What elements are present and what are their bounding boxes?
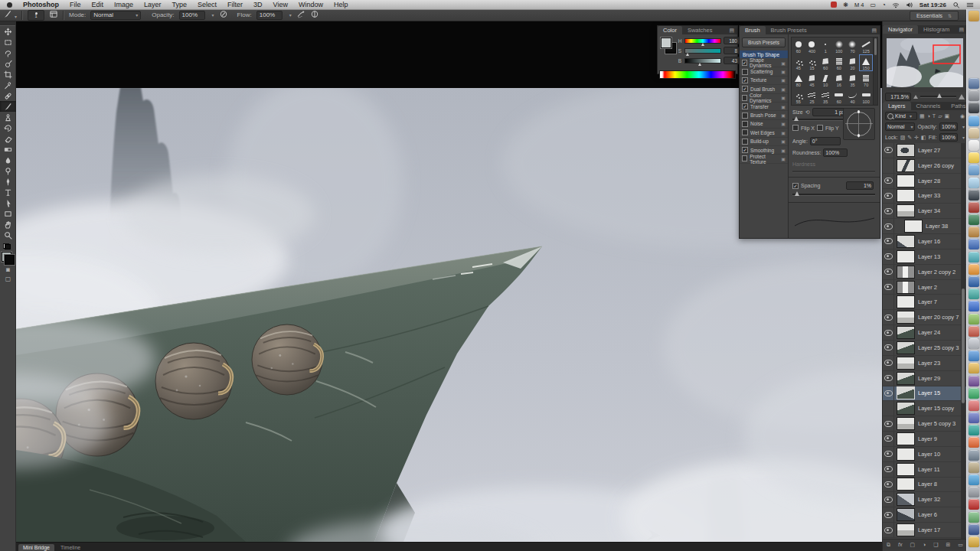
color-spectrum-ramp[interactable] bbox=[659, 70, 736, 79]
slider-thumb[interactable] bbox=[701, 43, 704, 46]
brush-tip-cell[interactable]: 60 bbox=[792, 37, 805, 54]
dock-app-icon[interactable] bbox=[969, 190, 979, 201]
menu-item-3d[interactable]: 3D bbox=[248, 0, 268, 9]
tab-navigator[interactable]: Navigator bbox=[883, 25, 918, 34]
background-color-swatch[interactable] bbox=[5, 255, 15, 265]
tool-preset-brush-icon[interactable]: ▾ bbox=[3, 10, 17, 20]
dock-app-icon[interactable] bbox=[969, 412, 979, 423]
visibility-toggle[interactable] bbox=[883, 234, 894, 249]
menu-item-layer[interactable]: Layer bbox=[139, 0, 167, 9]
slider-track-h[interactable] bbox=[684, 38, 721, 44]
brush-tip-cell[interactable]: 15 bbox=[805, 54, 819, 71]
visibility-toggle[interactable] bbox=[883, 219, 894, 233]
layer-row[interactable]: Layer 2 copy 2 bbox=[883, 265, 967, 280]
dock-app-icon[interactable] bbox=[969, 152, 979, 163]
default-colors-icon[interactable] bbox=[3, 243, 11, 249]
filter-toggle-icon[interactable]: ◉ bbox=[960, 113, 965, 119]
brush-tip-cell[interactable]: 25 bbox=[805, 88, 819, 105]
hand-tool[interactable] bbox=[0, 219, 16, 230]
dock-app-icon[interactable] bbox=[969, 338, 979, 349]
option-checkbox[interactable] bbox=[742, 95, 747, 101]
dock-app-icon[interactable] bbox=[969, 214, 979, 225]
zoom-tool[interactable] bbox=[0, 230, 16, 240]
layer-row[interactable]: Layer 27 bbox=[883, 143, 967, 158]
lock-icon[interactable]: ▣ bbox=[781, 112, 786, 118]
lock-icon[interactable]: ▣ bbox=[781, 148, 786, 153]
lock-icon[interactable]: ▣ bbox=[781, 69, 786, 74]
brush-tip-cell[interactable]: 60 bbox=[832, 54, 846, 71]
notification-center-icon[interactable] bbox=[966, 1, 974, 8]
brush-option-transfer[interactable]: ✓Transfer▣ bbox=[740, 103, 788, 111]
layer-row[interactable]: Layer 38 bbox=[883, 219, 967, 234]
layer-thumbnail[interactable] bbox=[897, 464, 914, 475]
brush-tip-cell[interactable]: 70 bbox=[846, 37, 860, 54]
dock-app-icon[interactable] bbox=[969, 140, 979, 151]
brush-option-build-up[interactable]: Build-up▣ bbox=[740, 138, 788, 146]
tab-histogram[interactable]: Histogram bbox=[918, 25, 955, 34]
filter-shape-icon[interactable]: ▱ bbox=[938, 113, 942, 119]
visibility-toggle[interactable] bbox=[883, 174, 894, 188]
brush-option-noise[interactable]: Noise▣ bbox=[740, 120, 788, 129]
move-tool[interactable] bbox=[0, 26, 16, 37]
layer-row[interactable]: Layer 23 bbox=[883, 356, 967, 371]
menu-item-type[interactable]: Type bbox=[167, 0, 193, 9]
tab-mini-bridge[interactable]: Mini Bridge bbox=[18, 544, 54, 551]
lock-icon[interactable]: ▣ bbox=[781, 60, 786, 66]
layer-thumbnail[interactable] bbox=[897, 403, 914, 414]
panel-menu-icon[interactable]: ▤ bbox=[868, 26, 880, 34]
panel-menu-icon[interactable]: ▤ bbox=[956, 25, 967, 34]
dock-app-icon[interactable] bbox=[969, 462, 979, 473]
status-clock-icon[interactable]: ◔ bbox=[882, 1, 886, 8]
dock-app-icon[interactable] bbox=[969, 524, 979, 535]
option-checkbox[interactable] bbox=[742, 121, 748, 127]
clone-stamp-tool[interactable] bbox=[0, 112, 16, 122]
layer-thumbnail[interactable] bbox=[897, 448, 914, 460]
layer-row[interactable]: Layer 15 copy bbox=[883, 401, 967, 416]
dock-app-icon[interactable] bbox=[969, 202, 979, 213]
layer-thumbnail[interactable] bbox=[897, 478, 914, 490]
brush-tip-cell[interactable]: 45 bbox=[792, 54, 805, 71]
layer-row[interactable]: Layer 8 bbox=[883, 478, 967, 493]
layer-row[interactable]: Layer 25 copy 3 bbox=[883, 341, 967, 356]
lock-icon[interactable]: ▣ bbox=[781, 77, 786, 83]
menu-item-view[interactable]: View bbox=[268, 0, 293, 9]
crop-tool[interactable] bbox=[0, 69, 16, 80]
layer-row[interactable]: Layer 16 bbox=[883, 234, 967, 249]
menu-item-select[interactable]: Select bbox=[192, 0, 222, 9]
layer-opacity-field[interactable]: 100% bbox=[939, 122, 958, 131]
spacing-slider[interactable] bbox=[792, 194, 875, 196]
tab-swatches[interactable]: Swatches bbox=[682, 26, 718, 34]
layer-thumbnail[interactable] bbox=[897, 266, 914, 278]
layer-thumbnail[interactable] bbox=[897, 433, 914, 445]
dock-app-icon[interactable] bbox=[969, 363, 979, 373]
dock-app-icon[interactable] bbox=[969, 90, 979, 101]
status-keyboard-indicator[interactable]: M 4 bbox=[854, 1, 864, 8]
layer-row[interactable]: Layer 9 bbox=[883, 432, 967, 447]
visibility-toggle[interactable] bbox=[883, 462, 894, 477]
menu-item-edit[interactable]: Edit bbox=[87, 0, 109, 9]
menu-item-photoshop[interactable]: Photoshop bbox=[18, 0, 64, 9]
brush-option-shape-dynamics[interactable]: ✓Shape Dynamics▣ bbox=[740, 59, 788, 67]
visibility-toggle[interactable] bbox=[883, 523, 894, 537]
blend-mode-dropdown[interactable]: Normal▾ bbox=[90, 11, 141, 20]
visibility-toggle[interactable] bbox=[883, 295, 894, 309]
dock-app-icon[interactable] bbox=[969, 425, 979, 435]
dock-app-icon[interactable] bbox=[969, 78, 979, 89]
layer-row[interactable]: Layer 10 bbox=[883, 447, 967, 462]
option-checkbox[interactable]: ✓ bbox=[742, 103, 748, 109]
dock-app-icon[interactable] bbox=[969, 487, 979, 497]
flip-x-checkbox[interactable] bbox=[792, 125, 799, 131]
lock-icon[interactable]: ▣ bbox=[781, 130, 786, 135]
layer-thumbnail[interactable] bbox=[897, 342, 914, 354]
visibility-toggle[interactable] bbox=[883, 447, 894, 461]
size-reset-icon[interactable]: ⟲ bbox=[805, 109, 810, 116]
layer-thumbnail[interactable] bbox=[897, 357, 914, 369]
visibility-toggle[interactable] bbox=[883, 416, 894, 431]
dock-app-icon[interactable] bbox=[969, 252, 979, 262]
brush-tip-cell[interactable]: 80 bbox=[792, 71, 805, 88]
layer-thumbnail[interactable] bbox=[897, 251, 914, 262]
lock-icon[interactable]: ▣ bbox=[781, 121, 786, 126]
lock-all-icon[interactable]: ◧ bbox=[921, 135, 926, 141]
brush-option-brush-pose[interactable]: Brush Pose▣ bbox=[740, 111, 788, 119]
layer-thumbnail[interactable] bbox=[897, 236, 914, 247]
